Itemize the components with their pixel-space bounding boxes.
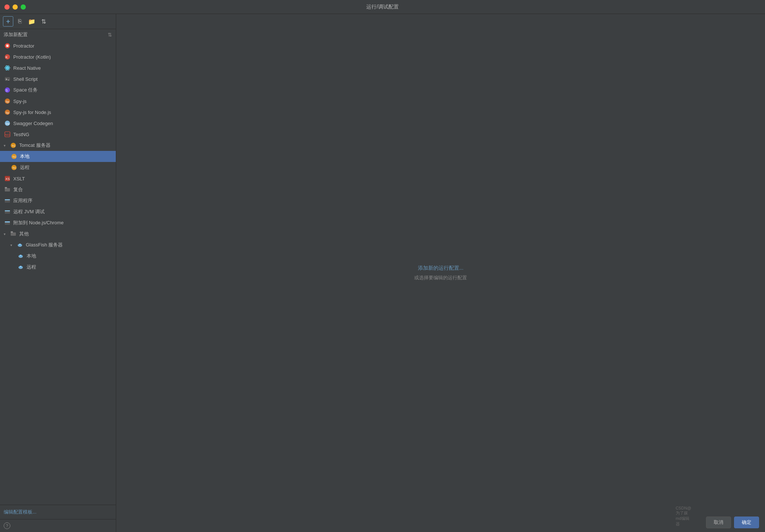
spy-js-node-label: Spy-js for Node.js	[13, 110, 51, 115]
react-native-label: React Native	[13, 65, 41, 71]
title-bar: 运行/调试配置	[0, 0, 765, 14]
traffic-lights	[4, 4, 26, 10]
list-item-shell-script[interactable]: Shell Script	[0, 73, 116, 84]
confirm-button[interactable]: 确定	[734, 517, 759, 528]
spy-js-node-icon: Sp	[4, 108, 11, 116]
copy-button[interactable]: ⎘	[15, 16, 25, 27]
protractor-icon	[4, 42, 11, 49]
glassfish-expand-arrow: ▾	[10, 243, 15, 247]
folder-button[interactable]: 📁	[27, 16, 37, 27]
svg-text:TC: TC	[13, 155, 17, 159]
add-config-link[interactable]: 添加新的运行配置...	[414, 265, 467, 272]
window-title: 运行/调试配置	[366, 4, 399, 10]
list-item-glassfish-server[interactable]: ▾ GlassFish 服务器	[0, 239, 116, 251]
other-icon	[10, 230, 17, 238]
tomcat-local-icon: TC	[10, 153, 18, 160]
svg-rect-36	[5, 221, 10, 222]
filter-icon[interactable]: ⇅	[108, 32, 112, 38]
maximize-button[interactable]	[21, 4, 26, 10]
svg-rect-10	[8, 80, 9, 80]
svg-rect-8	[5, 77, 10, 81]
svg-text:K: K	[6, 55, 8, 59]
bottom-bar: 取消 CSDN@为了媒md编辑器 确定	[700, 513, 765, 532]
list-item-tomcat-local[interactable]: TC 本地	[0, 151, 116, 162]
edit-templates-link[interactable]: 编辑配置模板...	[4, 509, 37, 515]
svg-text:NG: NG	[5, 133, 10, 137]
sidebar-toolbar: + ⎘ 📁 ⇅	[0, 14, 116, 29]
list-item-glassfish-remote[interactable]: 远程	[0, 262, 116, 273]
svg-rect-38	[11, 231, 13, 233]
attach-nodejs-icon	[4, 219, 11, 227]
list-item-glassfish-local[interactable]: 本地	[0, 251, 116, 262]
list-item-tomcat-server[interactable]: ▾ TC Tomcat 服务器	[0, 140, 116, 151]
shell-script-label: Shell Script	[13, 76, 38, 82]
react-native-icon	[4, 64, 11, 72]
svg-text:Sp: Sp	[6, 100, 9, 103]
svg-rect-1	[6, 45, 8, 47]
attach-nodejs-label: 附加到 Node.js/Chrome	[13, 220, 64, 226]
spy-js-label: Spy-js	[13, 99, 27, 104]
sidebar-list[interactable]: Protractor K Protractor (Kotlin)	[0, 40, 116, 505]
svg-text:XS: XS	[6, 177, 10, 181]
sidebar-bottom-bar: ?	[0, 519, 116, 532]
cancel-button[interactable]: 取消	[706, 517, 731, 528]
compound-label: 复合	[13, 186, 23, 193]
tomcat-expand-arrow: ▾	[4, 144, 9, 148]
glassfish-server-label: GlassFish 服务器	[26, 242, 63, 248]
placeholder-hint: 或选择要编辑的运行配置	[414, 275, 467, 280]
space-task-icon: S	[4, 86, 11, 94]
spy-js-icon: Sp	[4, 97, 11, 105]
list-item-protractor[interactable]: Protractor	[0, 40, 116, 51]
tomcat-remote-icon: TC	[10, 164, 18, 171]
list-item-application[interactable]: 应用程序	[0, 195, 116, 206]
svg-rect-37	[11, 232, 16, 236]
list-item-space-task[interactable]: S Space 任务	[0, 84, 116, 96]
protractor-kotlin-label: Protractor (Kotlin)	[13, 54, 51, 60]
remote-jvm-label: 远程 JVM 调试	[13, 208, 45, 215]
minimize-button[interactable]	[13, 4, 18, 10]
list-item-spy-js-node[interactable]: Sp Spy-js for Node.js	[0, 107, 116, 118]
watermark: CSDN@为了媒md编辑器	[676, 506, 691, 527]
svg-point-41	[20, 244, 21, 245]
glassfish-local-label: 本地	[27, 253, 36, 259]
svg-point-47	[20, 266, 21, 267]
testng-icon: NG	[4, 131, 11, 138]
svg-text:Sp: Sp	[6, 111, 9, 114]
list-item-compound[interactable]: 复合	[0, 184, 116, 195]
add-button[interactable]: +	[3, 16, 13, 27]
list-item-tomcat-remote[interactable]: TC 远程	[0, 162, 116, 173]
compound-icon	[4, 186, 11, 193]
tomcat-remote-label: 远程	[20, 164, 30, 171]
main-layout: + ⎘ 📁 ⇅ 添加新配置 ⇅ Protractor K	[0, 14, 765, 532]
protractor-label: Protractor	[13, 43, 34, 49]
tomcat-icon: TC	[10, 142, 17, 149]
application-icon	[4, 197, 11, 204]
list-item-react-native[interactable]: React Native	[0, 62, 116, 73]
remote-jvm-icon	[4, 208, 11, 215]
glassfish-remote-icon	[17, 263, 24, 271]
list-item-xslt[interactable]: XS XSLT	[0, 173, 116, 184]
sort-button[interactable]: ⇅	[38, 16, 49, 27]
svg-text:TC: TC	[12, 144, 16, 148]
swagger-icon: Sw	[4, 120, 11, 127]
close-button[interactable]	[4, 4, 10, 10]
xslt-label: XSLT	[13, 176, 25, 182]
list-item-attach-nodejs[interactable]: 附加到 Node.js/Chrome	[0, 217, 116, 228]
list-item-testng[interactable]: NG TestNG	[0, 129, 116, 140]
sidebar-header-label: 添加新配置	[4, 31, 28, 38]
list-item-swagger[interactable]: Sw Swagger Codegen	[0, 118, 116, 129]
space-task-label: Space 任务	[13, 87, 38, 93]
help-button[interactable]: ?	[4, 522, 10, 529]
svg-rect-29	[5, 188, 10, 191]
placeholder-area: 添加新的运行配置... 或选择要编辑的运行配置	[414, 265, 467, 281]
glassfish-local-icon	[17, 252, 24, 260]
list-item-remote-jvm[interactable]: 远程 JVM 调试	[0, 206, 116, 217]
other-label: 其他	[19, 231, 29, 237]
svg-rect-34	[5, 210, 10, 211]
svg-rect-32	[5, 199, 10, 200]
xslt-icon: XS	[4, 175, 11, 182]
svg-point-44	[20, 255, 21, 256]
list-item-protractor-kotlin[interactable]: K Protractor (Kotlin)	[0, 51, 116, 62]
list-item-spy-js[interactable]: Sp Spy-js	[0, 96, 116, 107]
list-item-other[interactable]: ▾ 其他	[0, 228, 116, 239]
